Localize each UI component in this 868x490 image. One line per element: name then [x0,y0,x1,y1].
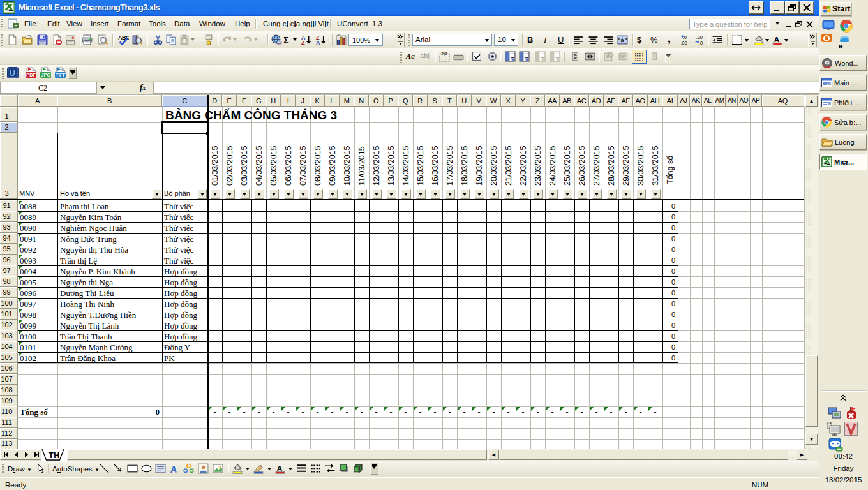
svg-text:.0: .0 [699,40,703,45]
svg-text:A: A [277,464,283,472]
svg-text:TH: TH [49,450,59,460]
svg-text:A: A [316,40,320,45]
svg-text:Σ: Σ [283,35,288,45]
svg-text:.00: .00 [681,40,687,45]
svg-text:a: a [620,36,624,43]
svg-text:PDF: PDF [26,72,36,78]
svg-text:A: A [169,464,177,474]
svg-text:TIFF: TIFF [56,72,66,78]
svg-text:xyz: xyz [441,51,447,56]
svg-text:A: A [774,35,780,43]
svg-text:U: U [10,69,15,78]
svg-text:JPG: JPG [41,72,50,78]
svg-text:Z: Z [301,40,305,45]
svg-text:ABC: ABC [118,34,129,41]
